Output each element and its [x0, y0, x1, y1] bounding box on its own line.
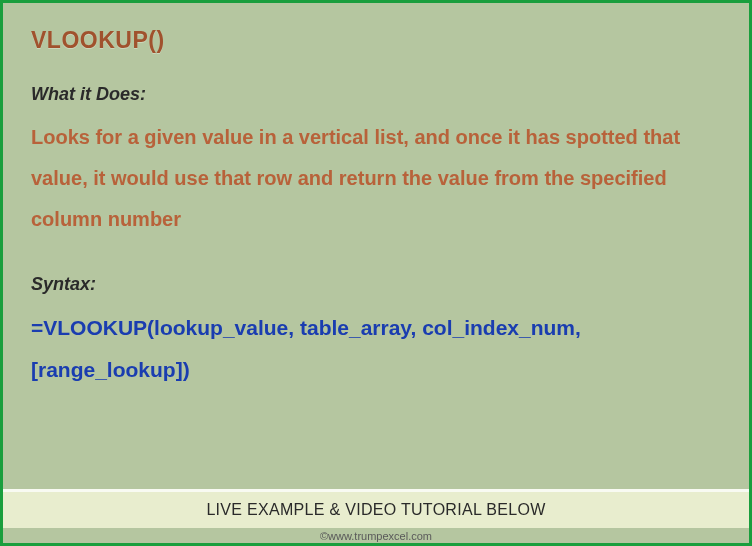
- syntax-label: Syntax:: [31, 274, 721, 295]
- what-it-does-label: What it Does:: [31, 84, 721, 105]
- card-frame: VLOOKUP() What it Does: Looks for a give…: [0, 0, 752, 546]
- function-title: VLOOKUP(): [31, 27, 721, 54]
- card-content: VLOOKUP() What it Does: Looks for a give…: [3, 3, 749, 489]
- attribution-text: ©www.trumpexcel.com: [3, 528, 749, 543]
- syntax-text: =VLOOKUP(lookup_value, table_array, col_…: [31, 307, 721, 391]
- footer-banner: LIVE EXAMPLE & VIDEO TUTORIAL BELOW: [3, 489, 749, 528]
- function-description: Looks for a given value in a vertical li…: [31, 117, 721, 240]
